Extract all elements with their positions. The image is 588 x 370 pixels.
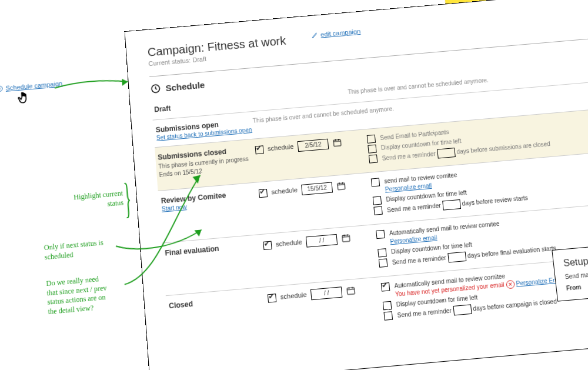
phase-title: Review by Comitee bbox=[161, 188, 259, 205]
schedule-date-input[interactable]: 2/5/12 bbox=[298, 139, 329, 152]
schedule-date-input[interactable]: 15/5/12 bbox=[301, 182, 333, 195]
phase-title: Closed bbox=[169, 293, 268, 310]
opt-email-checkbox[interactable] bbox=[376, 230, 385, 239]
annotation-highlight: Highlight current status bbox=[74, 189, 124, 212]
phase-title: Draft bbox=[154, 97, 252, 114]
svg-rect-6 bbox=[347, 288, 355, 295]
reminder-days-input[interactable] bbox=[442, 199, 461, 211]
opt-countdown-checkbox[interactable] bbox=[383, 301, 392, 311]
campaign-schedule-window: Campaign: Fitness at work Current status… bbox=[124, 0, 588, 370]
opt-countdown-checkbox[interactable] bbox=[377, 248, 387, 257]
opt-countdown-checkbox[interactable] bbox=[368, 145, 376, 154]
schedule-label: schedule bbox=[276, 238, 303, 248]
calendar-icon[interactable] bbox=[332, 138, 343, 149]
brace-icon: } bbox=[122, 174, 133, 223]
schedule-checkbox[interactable] bbox=[259, 189, 268, 198]
schedule-date-input[interactable]: / / bbox=[310, 286, 343, 300]
opt-reminder-checkbox[interactable] bbox=[373, 206, 382, 215]
calendar-icon[interactable] bbox=[341, 233, 352, 245]
schedule-checkbox[interactable] bbox=[255, 145, 264, 154]
setup-row: Send ma bbox=[564, 267, 588, 280]
schedule-label: schedule bbox=[268, 143, 294, 152]
opt-reminder-checkbox[interactable] bbox=[369, 155, 377, 164]
reminder-days-input[interactable] bbox=[437, 148, 456, 159]
hand-cursor-icon bbox=[16, 90, 32, 106]
setup-row: From bbox=[566, 279, 588, 292]
calendar-icon[interactable] bbox=[346, 285, 356, 297]
opt-reminder-checkbox[interactable] bbox=[379, 258, 388, 267]
error-icon: ✕ bbox=[506, 280, 515, 289]
schedule-campaign-label[interactable]: Schedule campaign bbox=[5, 80, 62, 92]
schedule-label: schedule bbox=[271, 186, 298, 195]
annotation-only-if: Only if next status is scheduled bbox=[44, 238, 104, 262]
schedule-date-input[interactable]: / / bbox=[306, 234, 338, 248]
edit-campaign-link[interactable]: edit campaign bbox=[311, 28, 361, 39]
setup-title: Setup bbox=[563, 252, 588, 269]
reminder-days-input[interactable] bbox=[447, 252, 466, 263]
annotation-do-we: Do we really need that since next / prev… bbox=[46, 274, 108, 317]
opt-email-checkbox[interactable] bbox=[381, 282, 390, 292]
opt-reminder-checkbox[interactable] bbox=[383, 312, 393, 321]
clock-icon bbox=[0, 85, 4, 92]
arrow-annotation-icon bbox=[54, 71, 138, 101]
svg-point-0 bbox=[0, 86, 2, 92]
svg-rect-5 bbox=[342, 235, 350, 242]
schedule-checkbox[interactable] bbox=[263, 241, 272, 250]
pencil-icon bbox=[311, 31, 319, 39]
clock-icon bbox=[150, 83, 161, 94]
svg-rect-3 bbox=[333, 139, 341, 146]
calendar-icon[interactable] bbox=[336, 181, 347, 192]
opt-email-checkbox[interactable] bbox=[367, 135, 376, 144]
schedule-campaign-link[interactable]: Schedule campaign bbox=[0, 80, 62, 92]
start-now-link[interactable]: Start now bbox=[162, 204, 187, 212]
phase-title: Final evaluation bbox=[165, 241, 263, 258]
schedule-label: schedule bbox=[280, 291, 307, 300]
opt-countdown-checkbox[interactable] bbox=[373, 196, 382, 205]
setup-window: Setup Send ma From bbox=[552, 242, 588, 301]
opt-email-checkbox[interactable] bbox=[371, 178, 380, 186]
svg-rect-4 bbox=[338, 183, 345, 190]
reminder-days-input[interactable] bbox=[453, 305, 472, 316]
schedule-checkbox[interactable] bbox=[268, 294, 276, 303]
